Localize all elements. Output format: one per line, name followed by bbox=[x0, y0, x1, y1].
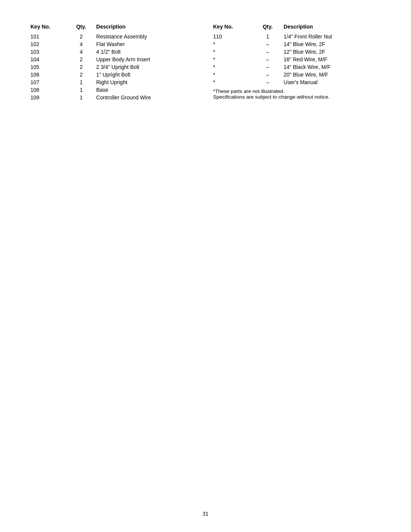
note-text: Specifications are subject to change wit… bbox=[213, 94, 381, 100]
description-cell: 16" Red Wire, M/F bbox=[284, 56, 381, 63]
table-row: 105 2 2 3/4" Upright Bolt bbox=[30, 63, 198, 71]
qty-cell: 1 bbox=[256, 33, 284, 40]
key-no-cell: * bbox=[213, 78, 256, 86]
key-no-cell: 110 bbox=[213, 33, 256, 40]
key-no-cell: 109 bbox=[30, 94, 71, 101]
key-no-cell: * bbox=[213, 40, 256, 48]
description-cell: 4 1/2" Bolt bbox=[96, 48, 198, 56]
key-no-cell: 102 bbox=[30, 40, 71, 48]
qty-cell: 1 bbox=[71, 86, 96, 94]
key-no-cell: * bbox=[213, 71, 256, 78]
right-header-description: Description bbox=[284, 23, 381, 33]
description-cell: Resistance Assembly bbox=[96, 33, 198, 40]
qty-cell: – bbox=[256, 78, 284, 86]
description-cell: Controller Ground Wire bbox=[96, 94, 198, 101]
qty-cell: 4 bbox=[71, 40, 96, 48]
page-number: 31 bbox=[202, 511, 209, 517]
left-header-qty: Qty. bbox=[71, 23, 96, 33]
qty-cell: – bbox=[256, 71, 284, 78]
table-row: 102 4 Flat Washer bbox=[30, 40, 198, 48]
right-header-key-no: Key No. bbox=[213, 23, 256, 33]
qty-cell: – bbox=[256, 48, 284, 56]
right-header-qty: Qty. bbox=[256, 23, 284, 33]
right-parts-column: Key No. Qty. Description 110 1 1/4" Fron… bbox=[213, 23, 381, 101]
description-cell: 2 3/4" Upright Bolt bbox=[96, 63, 198, 71]
description-cell: 14" Black Wire, M/F bbox=[284, 63, 381, 71]
description-cell: 14" Blue Wire, 2F bbox=[284, 40, 381, 48]
key-no-cell: * bbox=[213, 56, 256, 63]
key-no-cell: 108 bbox=[30, 86, 71, 94]
table-row: * – 12" Blue Wire, 2F bbox=[213, 48, 381, 56]
page-content: Key No. Qty. Description 101 2 Resistanc… bbox=[0, 0, 411, 124]
left-parts-column: Key No. Qty. Description 101 2 Resistanc… bbox=[30, 23, 198, 101]
key-no-cell: 107 bbox=[30, 78, 71, 86]
left-header-description: Description bbox=[96, 23, 198, 33]
table-row: * – User's Manual bbox=[213, 78, 381, 86]
table-row: 106 2 1" Upright Bolt bbox=[30, 71, 198, 78]
right-parts-table: Key No. Qty. Description 110 1 1/4" Fron… bbox=[213, 23, 381, 86]
description-cell: Flat Washer bbox=[96, 40, 198, 48]
description-cell: 12" Blue Wire, 2F bbox=[284, 48, 381, 56]
description-cell: 1" Upright Bolt bbox=[96, 71, 198, 78]
qty-cell: 2 bbox=[71, 33, 96, 40]
qty-cell: – bbox=[256, 63, 284, 71]
table-row: 109 1 Controller Ground Wire bbox=[30, 94, 198, 101]
description-cell: Base bbox=[96, 86, 198, 94]
table-row: 101 2 Resistance Assembly bbox=[30, 33, 198, 40]
table-row: 110 1 1/4" Front Roller Nut bbox=[213, 33, 381, 40]
qty-cell: – bbox=[256, 40, 284, 48]
table-row: 107 1 Right Upright bbox=[30, 78, 198, 86]
table-row: * – 20" Blue Wire, M/F bbox=[213, 71, 381, 78]
note-text: *These parts are not illustrated. bbox=[213, 88, 381, 94]
notes-section: *These parts are not illustrated.Specifi… bbox=[213, 88, 381, 100]
qty-cell: 2 bbox=[71, 63, 96, 71]
key-no-cell: 105 bbox=[30, 63, 71, 71]
table-row: 108 1 Base bbox=[30, 86, 198, 94]
key-no-cell: * bbox=[213, 63, 256, 71]
table-row: * – 16" Red Wire, M/F bbox=[213, 56, 381, 63]
description-cell: 1/4" Front Roller Nut bbox=[284, 33, 381, 40]
table-row: * – 14" Black Wire, M/F bbox=[213, 63, 381, 71]
description-cell: 20" Blue Wire, M/F bbox=[284, 71, 381, 78]
table-row: 104 2 Upper Body Arm Insert bbox=[30, 56, 198, 63]
description-cell: User's Manual bbox=[284, 78, 381, 86]
key-no-cell: * bbox=[213, 48, 256, 56]
qty-cell: 1 bbox=[71, 94, 96, 101]
key-no-cell: 101 bbox=[30, 33, 71, 40]
qty-cell: 2 bbox=[71, 71, 96, 78]
qty-cell: – bbox=[256, 56, 284, 63]
parts-table-container: Key No. Qty. Description 101 2 Resistanc… bbox=[30, 23, 381, 101]
qty-cell: 4 bbox=[71, 48, 96, 56]
qty-cell: 1 bbox=[71, 78, 96, 86]
table-row: * – 14" Blue Wire, 2F bbox=[213, 40, 381, 48]
qty-cell: 2 bbox=[71, 56, 96, 63]
table-row: 103 4 4 1/2" Bolt bbox=[30, 48, 198, 56]
key-no-cell: 103 bbox=[30, 48, 71, 56]
left-header-key-no: Key No. bbox=[30, 23, 71, 33]
left-parts-table: Key No. Qty. Description 101 2 Resistanc… bbox=[30, 23, 198, 101]
key-no-cell: 104 bbox=[30, 56, 71, 63]
description-cell: Right Upright bbox=[96, 78, 198, 86]
description-cell: Upper Body Arm Insert bbox=[96, 56, 198, 63]
key-no-cell: 106 bbox=[30, 71, 71, 78]
